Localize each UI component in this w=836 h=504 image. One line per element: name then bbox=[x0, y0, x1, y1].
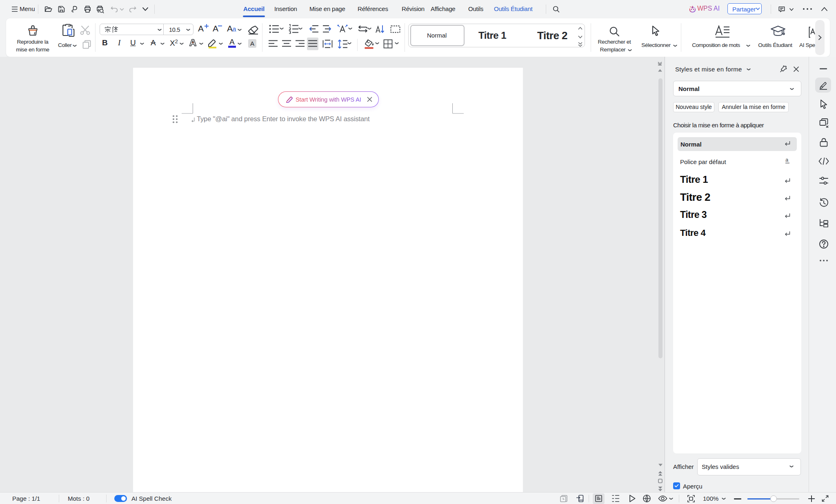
svg-text:a: a bbox=[785, 157, 789, 163]
